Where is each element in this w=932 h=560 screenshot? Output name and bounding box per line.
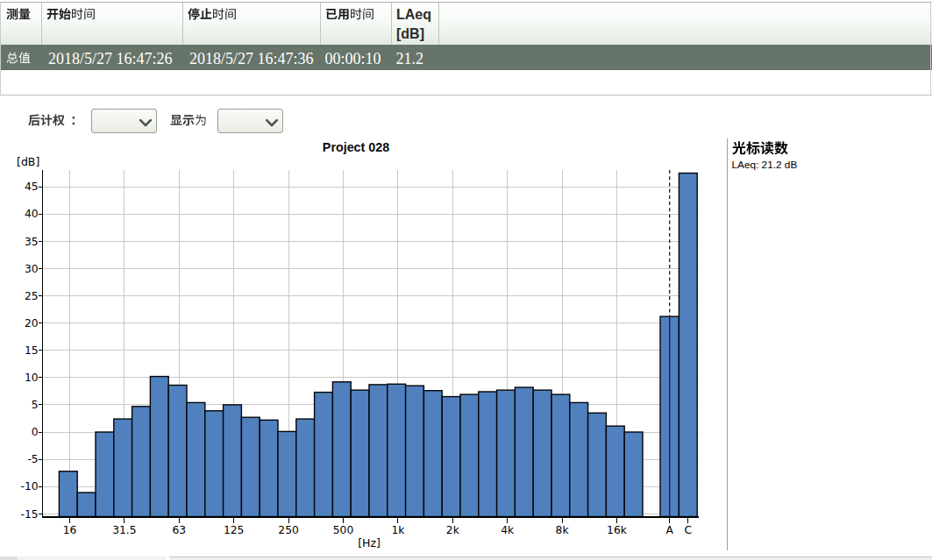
spectrum-bar-50[interactable] — [150, 377, 168, 517]
spectrum-bar-80[interactable] — [187, 402, 205, 516]
y-tick-label: 15 — [25, 344, 39, 357]
spectrum-bar-1k[interactable] — [388, 384, 406, 516]
y-tick-label: 5 — [32, 399, 39, 411]
y-tick-label: 35 — [25, 236, 39, 248]
spectrum-bar-20k[interactable] — [624, 432, 643, 517]
spectrum-bar-5k[interactable] — [515, 387, 533, 517]
spectrum-bar-400[interactable] — [315, 393, 333, 517]
spectrum-bar-630[interactable] — [351, 390, 369, 516]
spectrum-bar-31.5[interactable] — [114, 419, 132, 516]
spectrum-bar-800[interactable] — [369, 385, 388, 517]
spectrum-bar-200[interactable] — [260, 420, 278, 516]
y-axis-line — [42, 170, 43, 518]
y-tick-label: -15 — [21, 508, 39, 521]
x-tick-label: 500 — [333, 524, 353, 536]
x-tick-label: 250 — [278, 524, 298, 536]
x-tick-label: 1k — [391, 524, 405, 536]
x-tick-label: C — [685, 524, 693, 536]
spectrum-bar-16k[interactable] — [606, 426, 624, 516]
spectrum-bar-10k[interactable] — [570, 402, 588, 516]
spectrum-bar-40[interactable] — [132, 407, 151, 517]
x-tick-label: 4k — [501, 524, 515, 536]
spectrum-bar-12.5k[interactable] — [588, 413, 607, 516]
spectrum-bar-160[interactable] — [241, 417, 260, 516]
spectrum-bar-63[interactable] — [168, 386, 187, 517]
spectrum-bar-250[interactable] — [278, 431, 296, 516]
x-tick-label: 16 — [63, 524, 77, 536]
y-tick-label: 25 — [25, 290, 39, 302]
spectrum-bar-1.25k[interactable] — [406, 386, 424, 516]
spectrum-bar-25[interactable] — [96, 432, 114, 517]
spectrum-bar-6.3k[interactable] — [533, 390, 551, 516]
spectrum-bar-3.15k[interactable] — [479, 392, 497, 517]
y-tick-label: 40 — [25, 208, 39, 220]
x-tick-label: 31.5 — [112, 524, 136, 536]
panel-separator — [727, 138, 728, 550]
spectrum-bar-20[interactable] — [77, 493, 96, 516]
spectrum-bar-315[interactable] — [296, 419, 315, 516]
spectrum-bar-2k[interactable] — [442, 397, 460, 517]
horizontal-scrollbar-track[interactable] — [0, 556, 167, 560]
x-tick-label: 125 — [224, 524, 244, 536]
spectrum-bar-1.6k[interactable] — [423, 391, 442, 517]
x-axis-line — [42, 516, 700, 518]
spectrum-bar-2.5k[interactable] — [460, 394, 479, 516]
x-tick-label: 16k — [607, 524, 628, 536]
cursor-panel-title: 光标读数 — [732, 141, 789, 157]
x-tick-label: A — [665, 524, 673, 536]
y-tick-label: 30 — [25, 263, 39, 275]
spectrum-bar-16[interactable] — [59, 471, 77, 517]
spectrum-chart[interactable]: 454035302520151050-5-10-151631.563125250… — [0, 0, 932, 560]
y-tick-label: -10 — [21, 480, 39, 493]
cursor-reading-value: LAeq: 21.2 dB — [732, 159, 798, 171]
measurement-report-window: { "app": { "description": "sound level m… — [0, 0, 932, 560]
x-tick-label: 63 — [172, 524, 186, 536]
horizontal-scrollbar-thumb[interactable] — [0, 556, 18, 560]
x-tick-label: 8k — [556, 524, 570, 536]
spectrum-bar-C[interactable] — [679, 174, 697, 517]
spectrum-bar-500[interactable] — [332, 382, 351, 517]
spectrum-bar-100[interactable] — [205, 411, 224, 517]
y-tick-label: 10 — [25, 372, 39, 384]
y-tick-label: 45 — [25, 181, 39, 193]
spectrum-bar-8k[interactable] — [551, 394, 570, 516]
y-tick-label: -5 — [27, 453, 38, 465]
y-tick-label: 0 — [32, 426, 39, 438]
x-tick-label: 2k — [446, 524, 460, 536]
spectrum-bar-4k[interactable] — [497, 390, 516, 516]
spectrum-bar-125[interactable] — [224, 405, 242, 517]
y-tick-label: 20 — [25, 317, 39, 330]
